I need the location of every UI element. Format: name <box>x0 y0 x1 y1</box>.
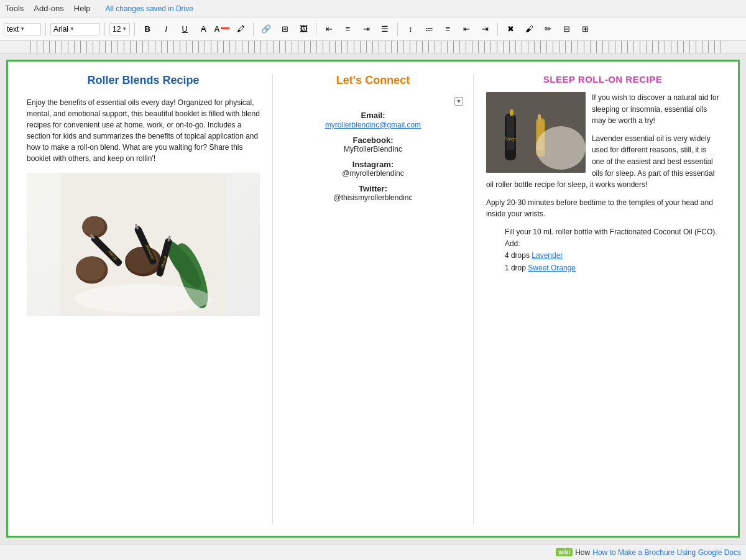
twitter-section: Twitter: @thisismyrollerblendinc <box>334 184 413 202</box>
style-group: text ▼ <box>4 23 41 35</box>
list-num-button[interactable]: ≔ <box>421 21 437 37</box>
wikihow-prefix: How <box>575 548 590 557</box>
style-select[interactable]: text ▼ <box>4 23 41 35</box>
twitter-label: Twitter: <box>334 184 413 193</box>
email-link[interactable]: myrollerblendinc@gmail.com <box>325 121 421 129</box>
bottom-bar: wiki How How to Make a Brochure Using Go… <box>0 544 746 560</box>
content-area: Roller Blends Recipe Enjoy the benefits … <box>0 53 746 544</box>
clear-format-button[interactable]: ✖ <box>502 21 518 37</box>
col-right-heading: SLEEP ROLL-ON RECIPE <box>486 74 719 85</box>
email-label: Email: <box>325 111 421 120</box>
twitter-value: @thisismyrollerblendinc <box>334 193 413 202</box>
image-button[interactable]: 🖼 <box>295 21 311 37</box>
col-middle: Let's Connect ▼ Email: myrollerblendinc@… <box>272 74 474 523</box>
align-center-button[interactable]: ≡ <box>339 21 356 37</box>
lavender-link[interactable]: Lavender <box>532 251 563 260</box>
align-left-button[interactable]: ⇤ <box>321 21 337 37</box>
product-image: Allergy Immunity Energy <box>27 173 260 316</box>
bold-button[interactable]: B <box>139 21 155 37</box>
size-chevron: ▼ <box>122 26 127 32</box>
size-group: 12 ▼ <box>109 23 130 35</box>
right-text: Sleep If you wish to discover a natural … <box>486 92 719 274</box>
scroll-indicator: ▼ <box>454 97 463 106</box>
columns-button[interactable]: ⊟ <box>558 21 574 37</box>
facebook-section: Facebook: MyRollerBlendInc <box>344 135 402 154</box>
col-right: SLEEP ROLL-ON RECIPE <box>486 74 719 523</box>
sep3 <box>134 22 135 36</box>
scroll-indicator-wrapper: ▼ <box>454 97 463 108</box>
paint-format-button[interactable]: 🖌 <box>521 21 537 37</box>
svg-point-6 <box>83 216 104 236</box>
strikethrough-button[interactable]: A <box>195 21 211 37</box>
col-middle-heading: Let's Connect <box>336 74 410 87</box>
size-select[interactable]: 12 ▼ <box>109 23 130 35</box>
wikihow-logo: wiki <box>556 548 573 556</box>
instagram-value: @myrollerblendinc <box>342 169 404 178</box>
style-chevron: ▼ <box>20 26 25 32</box>
line-spacing-button[interactable]: ↕ <box>402 21 418 37</box>
sep4 <box>253 22 254 36</box>
instagram-label: Instagram: <box>342 160 404 169</box>
sleep-image: Sleep <box>486 92 586 173</box>
col-left-heading: Roller Blends Recipe <box>27 74 260 87</box>
sep7 <box>497 22 498 36</box>
svg-rect-23 <box>507 116 514 150</box>
ruler <box>0 41 746 53</box>
svg-point-2 <box>76 257 105 281</box>
indent-more-button[interactable]: ⇥ <box>477 21 493 37</box>
pencil-button[interactable]: ✏ <box>540 21 556 37</box>
style-label: text <box>7 25 19 34</box>
sep2 <box>104 22 105 36</box>
font-label: Arial <box>53 25 68 34</box>
menu-addons[interactable]: Add-ons <box>34 4 63 13</box>
menu-help[interactable]: Help <box>74 4 91 13</box>
menu-tools[interactable]: Tools <box>5 4 24 13</box>
ruler-scale <box>25 41 721 53</box>
insert-button[interactable]: ⊞ <box>277 21 293 37</box>
saved-status: All changes saved in Drive <box>106 4 193 13</box>
list-bullet-button[interactable]: ≡ <box>440 21 456 37</box>
email-section: Email: myrollerblendinc@gmail.com <box>325 111 421 129</box>
toolbar: text ▼ Arial ▼ 12 ▼ B I U A A 🖍 🔗 ⊞ 🖼 ⇤ … <box>0 17 746 41</box>
text-color-button[interactable]: A <box>214 21 230 37</box>
align-right-button[interactable]: ⇥ <box>358 21 374 37</box>
sleep-image-inner: Sleep <box>486 92 586 173</box>
sep1 <box>45 22 46 36</box>
right-text-4: Fill your 10 mL roller bottle with Fract… <box>505 227 717 272</box>
document-inner: Roller Blends Recipe Enjoy the benefits … <box>8 62 738 536</box>
sep5 <box>316 22 316 36</box>
font-select[interactable]: Arial ▼ <box>50 23 100 35</box>
product-image-inner: Allergy Immunity Energy <box>27 173 260 316</box>
document: Roller Blends Recipe Enjoy the benefits … <box>6 60 740 538</box>
highlight-button[interactable]: 🖍 <box>233 21 249 37</box>
svg-point-18 <box>75 284 212 313</box>
facebook-value: MyRollerBlendInc <box>344 145 402 154</box>
underline-button[interactable]: U <box>177 21 193 37</box>
wikihow-badge: wiki How How to Make a Brochure Using Go… <box>556 548 741 557</box>
right-text-indented: Fill your 10 mL roller bottle with Fract… <box>505 226 719 274</box>
intro-text: Enjoy the benefits of essential oils eve… <box>27 97 260 164</box>
svg-text:Sleep: Sleep <box>505 136 515 142</box>
col-left: Roller Blends Recipe Enjoy the benefits … <box>27 74 260 523</box>
font-chevron: ▼ <box>70 26 75 32</box>
menu-bar: Tools Add-ons Help All changes saved in … <box>0 0 746 17</box>
saved-link[interactable]: All changes saved in Drive <box>106 4 193 13</box>
wikihow-link[interactable]: How to Make a Brochure Using Google Docs <box>592 548 741 557</box>
facebook-label: Facebook: <box>344 135 402 145</box>
sweet-orange-link[interactable]: Sweet Orange <box>528 264 576 272</box>
align-justify-button[interactable]: ☰ <box>377 21 393 37</box>
sep6 <box>397 22 398 36</box>
right-text-3: Apply 20-30 minutes before bedtime to th… <box>486 197 719 220</box>
font-group: Arial ▼ <box>50 23 100 35</box>
size-label: 12 <box>113 25 121 34</box>
instagram-section: Instagram: @myrollerblendinc <box>342 160 404 178</box>
indent-less-button[interactable]: ⇤ <box>458 21 474 37</box>
svg-point-28 <box>536 126 586 170</box>
link-button[interactable]: 🔗 <box>258 21 274 37</box>
italic-button[interactable]: I <box>158 21 174 37</box>
more-button[interactable]: ⊞ <box>577 21 593 37</box>
